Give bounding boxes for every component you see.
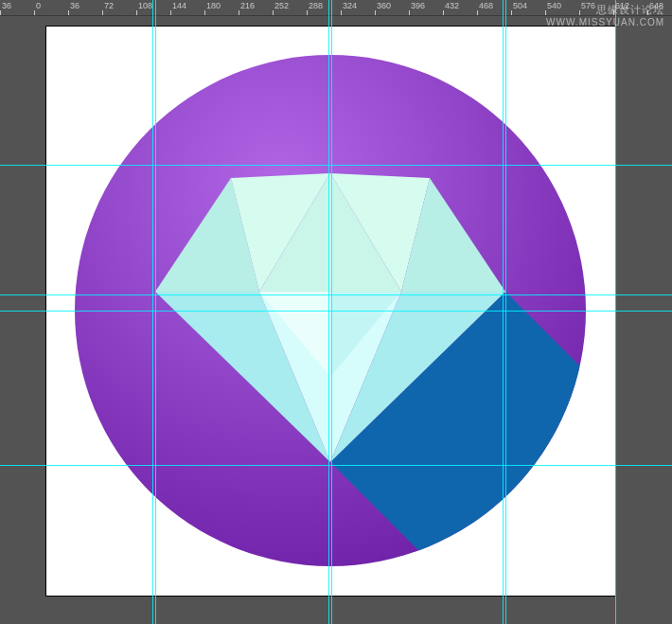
ruler-tick-label: 216 — [240, 1, 255, 10]
ruler-tick-label: 288 — [309, 1, 323, 10]
ruler-tick-label: 468 — [479, 1, 493, 10]
ruler-tick-label: 36 — [70, 1, 80, 10]
ruler-tick-label: 72 — [104, 1, 114, 10]
artboard[interactable] — [45, 26, 616, 597]
ruler-tick-label: 0 — [36, 1, 41, 10]
artwork-svg — [46, 27, 615, 596]
ruler-tick-label: 324 — [343, 1, 357, 10]
ruler-tick-label: 180 — [206, 1, 221, 10]
ruler-tick-label: 252 — [274, 1, 289, 10]
canvas-area[interactable] — [0, 15, 672, 624]
ruler-tick-label: 432 — [445, 1, 459, 10]
ruler-tick-label: 108 — [138, 1, 152, 10]
ruler-tick-label: 540 — [547, 1, 561, 10]
ruler-tick-label: 612 — [615, 1, 629, 10]
ruler-tick-label: 36 — [2, 1, 11, 10]
ruler-tick-label: 144 — [172, 1, 186, 10]
ruler-tick-label: 576 — [581, 1, 595, 10]
ruler-tick-label: 504 — [513, 1, 527, 10]
ruler-horizontal[interactable]: 3603672108144180216252288324360396432468… — [0, 0, 672, 16]
ruler-tick-label: 360 — [377, 1, 391, 10]
ruler-tick-label: 648 — [649, 1, 663, 10]
ruler-tick-label: 396 — [411, 1, 425, 10]
